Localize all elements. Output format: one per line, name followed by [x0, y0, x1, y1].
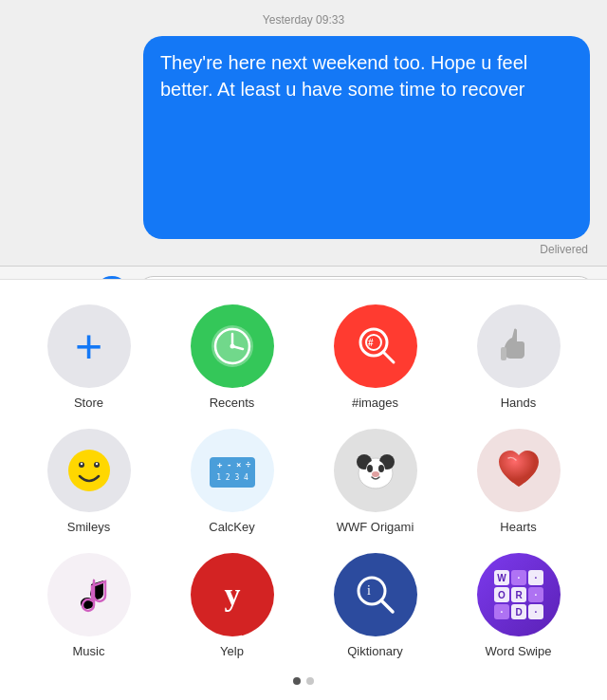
yelp-logo-icon: y — [205, 567, 260, 622]
svg-text:#: # — [368, 338, 374, 348]
app-label-music: Music — [73, 644, 105, 658]
svg-text:·: · — [534, 607, 537, 617]
svg-point-19 — [68, 450, 110, 491]
app-label-wwforigami: WWF Origami — [337, 520, 414, 534]
app-item-wwforigami[interactable]: WWF Origami — [305, 423, 445, 540]
app-grid: + Store Recents — [19, 299, 588, 664]
app-drawer: + Store Recents — [0, 279, 607, 700]
svg-text:W: W — [497, 573, 506, 583]
app-label-store: Store — [74, 396, 103, 410]
app-label-images: #images — [352, 396, 398, 410]
app-label-smileys: Smileys — [67, 520, 111, 534]
app-item-qiktionary[interactable]: i Qiktionary — [305, 547, 445, 664]
svg-line-40 — [381, 600, 393, 612]
app-label-calckey: CalcKey — [209, 520, 254, 534]
app-item-calckey[interactable]: + - × ÷ 1 2 3 4 CalcKey — [162, 423, 302, 540]
app-icon-qiktionary: i — [334, 553, 417, 636]
app-label-yelp: Yelp — [220, 644, 244, 658]
app-item-images[interactable]: # #images — [305, 299, 445, 415]
hands-thumbsup-icon — [493, 321, 544, 372]
svg-line-16 — [383, 352, 394, 362]
svg-text:y: y — [224, 577, 240, 612]
svg-text:×: × — [236, 460, 241, 470]
app-item-smileys[interactable]: Smileys — [19, 423, 158, 540]
app-icon-recents — [191, 304, 274, 388]
app-icon-wordswipe: W · · O R · · D · — [477, 553, 561, 636]
app-icon-images: # — [334, 304, 417, 388]
svg-text:O: O — [498, 590, 506, 600]
svg-point-23 — [95, 463, 97, 465]
svg-text:i: i — [367, 583, 371, 598]
svg-text:-: - — [227, 460, 231, 470]
app-label-wordswipe: Word Swipe — [486, 644, 552, 658]
app-item-wordswipe[interactable]: W · · O R · · D · Word Swipe — [449, 547, 588, 664]
svg-text:·: · — [500, 607, 503, 617]
smileys-emoji-icon — [61, 442, 118, 499]
app-label-qiktionary: Qiktionary — [347, 644, 403, 658]
app-label-recents: Recents — [210, 396, 255, 410]
app-icon-calckey: + - × ÷ 1 2 3 4 — [191, 429, 274, 512]
svg-text:1 2 3 4: 1 2 3 4 — [216, 473, 248, 482]
music-note-icon — [62, 567, 117, 622]
svg-point-35 — [378, 465, 384, 472]
images-search-icon: # — [350, 321, 401, 372]
app-icon-store: + — [47, 304, 131, 388]
svg-point-34 — [367, 465, 373, 472]
app-label-hearts: Hearts — [500, 520, 536, 534]
svg-text:·: · — [534, 590, 537, 600]
app-item-music[interactable]: Music — [19, 547, 158, 664]
svg-text:÷: ÷ — [246, 460, 251, 470]
svg-point-36 — [372, 471, 379, 477]
wordswipe-grid-icon: W · · O R · · D · — [487, 562, 551, 627]
pagination-dot-1[interactable] — [293, 677, 301, 685]
app-icon-music — [47, 553, 131, 636]
svg-point-13 — [230, 344, 234, 349]
svg-text:D: D — [515, 607, 522, 617]
calckey-calc-icon: + - × ÷ 1 2 3 4 — [204, 442, 261, 499]
app-item-hands[interactable]: Hands — [449, 299, 588, 415]
app-item-recents[interactable]: Recents — [162, 299, 302, 415]
hearts-heart-icon — [491, 443, 546, 498]
message-container: They're here next weekend too. Hope u fe… — [0, 36, 607, 239]
message-bubble: They're here next weekend too. Hope u fe… — [143, 36, 590, 239]
message-text: They're here next weekend too. Hope u fe… — [160, 52, 527, 100]
recents-clock-icon — [207, 321, 258, 372]
app-item-hearts[interactable]: Hearts — [449, 423, 588, 540]
svg-rect-18 — [501, 347, 506, 360]
svg-text:R: R — [515, 590, 523, 600]
delivered-status: Delivered — [0, 239, 607, 266]
app-icon-hands — [477, 304, 561, 388]
store-plus-symbol: + — [75, 322, 102, 370]
svg-text:+: + — [217, 460, 223, 470]
message-timestamp: Yesterday 09:33 — [0, 0, 607, 36]
app-item-yelp[interactable]: y Yelp — [162, 547, 302, 664]
svg-point-22 — [80, 463, 82, 465]
app-icon-smileys — [47, 429, 131, 512]
svg-text:·: · — [517, 573, 520, 583]
pagination-dots — [19, 677, 588, 685]
pagination-dot-2[interactable] — [306, 677, 314, 685]
svg-text:·: · — [534, 573, 537, 583]
app-icon-yelp: y — [191, 553, 274, 636]
app-item-store[interactable]: + Store — [19, 299, 158, 415]
wwf-panda-icon — [346, 441, 405, 500]
qiktionary-search-icon: i — [348, 567, 403, 622]
messages-area: Yesterday 09:33 They're here next weeken… — [0, 0, 607, 266]
app-label-hands: Hands — [501, 396, 537, 410]
app-icon-hearts — [477, 429, 561, 512]
app-icon-wwf — [334, 429, 417, 512]
